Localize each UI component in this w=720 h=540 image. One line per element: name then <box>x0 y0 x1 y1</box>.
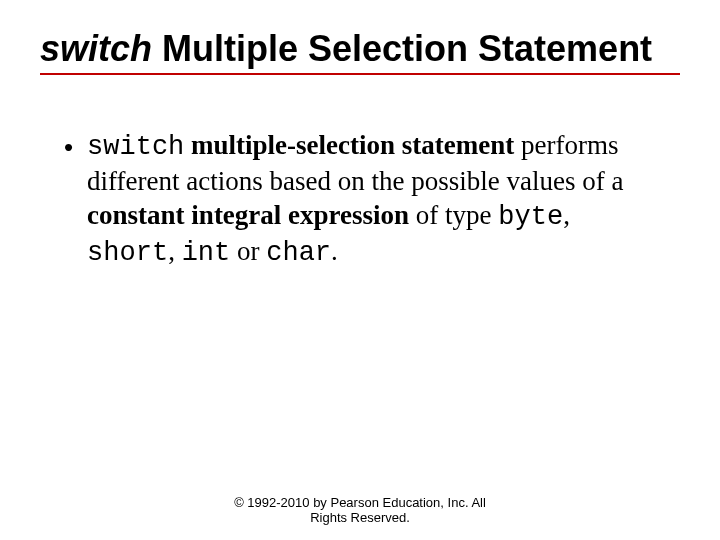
bold-term-a: multiple-selection statement <box>191 130 514 160</box>
copyright-footer: © 1992-2010 by Pearson Education, Inc. A… <box>0 495 720 526</box>
bullet-marker: • <box>64 131 73 164</box>
title-keyword: switch <box>40 28 152 69</box>
code-int: int <box>182 238 231 268</box>
text-seg: . <box>331 236 338 266</box>
title-underline <box>40 73 680 75</box>
text-seg: or <box>230 236 266 266</box>
code-switch: switch <box>87 132 184 162</box>
title-rest: Multiple Selection Statement <box>152 28 652 69</box>
slide: switch Multiple Selection Statement • sw… <box>0 0 720 540</box>
bullet-item: • switch multiple-selection statement pe… <box>64 129 680 270</box>
footer-line-1: © 1992-2010 by Pearson Education, Inc. A… <box>0 495 720 511</box>
code-char: char <box>266 238 331 268</box>
text-seg: , <box>168 236 182 266</box>
bullet-text: switch multiple-selection statement perf… <box>87 129 647 270</box>
code-short: short <box>87 238 168 268</box>
code-byte: byte <box>498 202 563 232</box>
slide-body: • switch multiple-selection statement pe… <box>40 129 680 270</box>
footer-line-2: Rights Reserved. <box>0 510 720 526</box>
text-seg: of type <box>409 200 498 230</box>
slide-title: switch Multiple Selection Statement <box>40 28 680 69</box>
text-seg: , <box>563 200 570 230</box>
bold-term-b: constant integral expression <box>87 200 409 230</box>
